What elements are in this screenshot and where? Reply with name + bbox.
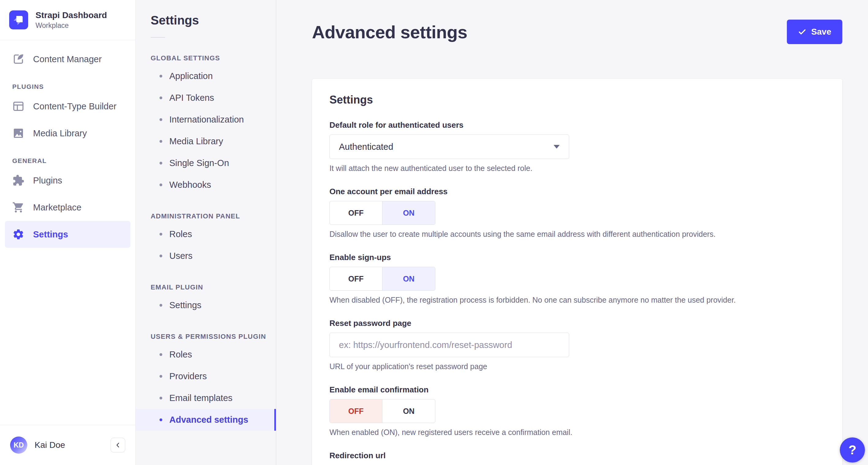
subnav-item-label: Providers — [169, 371, 207, 381]
image-icon — [12, 127, 25, 139]
sidebar-item-label: Media Library — [33, 128, 87, 139]
sidebar-item-label: Content Manager — [33, 54, 102, 64]
subnav-item-admin-roles[interactable]: Roles — [136, 223, 276, 245]
bullet-icon — [159, 418, 162, 421]
help-button[interactable]: ? — [840, 437, 865, 463]
field-enable-sign-ups: Enable sign-ups OFF ON When disabled (OF… — [330, 253, 825, 304]
subnav-item-media-library[interactable]: Media Library — [136, 130, 276, 152]
settings-subnav: Settings GLOBAL SETTINGS Application API… — [136, 0, 276, 465]
sidebar-item-content-manager[interactable]: Content Manager — [5, 46, 130, 72]
subnav-section-administration-panel: ADMINISTRATION PANEL — [151, 212, 276, 220]
gear-icon — [12, 228, 25, 240]
avatar[interactable]: KD — [10, 437, 27, 454]
main-content: Advanced settings Save Settings Default … — [276, 0, 868, 465]
sidebar-item-marketplace[interactable]: Marketplace — [5, 194, 130, 221]
bullet-icon — [159, 233, 162, 236]
subnav-section-email-plugin: EMAIL PLUGIN — [151, 283, 276, 291]
subnav-item-email-settings[interactable]: Settings — [136, 294, 276, 316]
enable-sign-ups-toggle[interactable]: OFF ON — [330, 267, 435, 291]
subnav-item-api-tokens[interactable]: API Tokens — [136, 87, 276, 109]
chevron-left-icon — [114, 441, 122, 449]
sidebar-item-plugins[interactable]: Plugins — [5, 167, 130, 194]
subnav-divider — [151, 37, 165, 38]
field-one-account-per-email: One account per email address OFF ON Dis… — [330, 187, 825, 239]
bullet-icon — [159, 162, 162, 165]
sidebar-item-content-type-builder[interactable]: Content-Type Builder — [5, 93, 130, 120]
strapi-admin-app: Strapi Dashboard Workplace Content Manag… — [0, 0, 868, 465]
field-hint: URL of your application's reset password… — [330, 362, 825, 371]
workspace-brand[interactable]: Strapi Dashboard Workplace — [0, 0, 135, 40]
layout-grid-icon — [12, 100, 25, 112]
field-default-role: Default role for authenticated users Aut… — [330, 120, 825, 173]
check-icon — [798, 28, 806, 36]
sidebar-section-plugins: PLUGINS — [12, 83, 130, 90]
toggle-on-option[interactable]: ON — [382, 201, 435, 225]
page-header: Advanced settings Save — [276, 0, 868, 44]
subnav-item-advanced-settings[interactable]: Advanced settings — [136, 409, 276, 431]
field-label: Enable sign-ups — [330, 253, 825, 262]
strapi-logo-icon — [9, 10, 28, 29]
subnav-item-providers[interactable]: Providers — [136, 366, 276, 387]
bullet-icon — [159, 96, 162, 99]
save-button-label: Save — [811, 27, 831, 37]
subnav-item-label: Email templates — [169, 393, 232, 403]
bullet-icon — [159, 353, 162, 356]
toggle-on-option[interactable]: ON — [382, 400, 435, 423]
save-button[interactable]: Save — [787, 20, 842, 44]
bullet-icon — [159, 183, 162, 186]
sidebar-item-media-library[interactable]: Media Library — [5, 120, 130, 147]
subnav-item-admin-users[interactable]: Users — [136, 245, 276, 267]
subnav-item-up-roles[interactable]: Roles — [136, 344, 276, 366]
collapse-sidebar-button[interactable] — [111, 438, 125, 453]
subnav-item-label: Advanced settings — [169, 415, 248, 425]
subnav-item-internationalization[interactable]: Internationalization — [136, 109, 276, 130]
subnav-item-label: Roles — [169, 350, 192, 359]
bullet-icon — [159, 255, 162, 257]
subnav-item-label: Users — [169, 251, 193, 261]
toggle-off-option[interactable]: OFF — [330, 201, 382, 225]
subnav-item-label: Application — [169, 71, 213, 81]
subnav-section-users-permissions-plugin: USERS & PERMISSIONS PLUGIN — [151, 333, 276, 341]
subnav-item-label: API Tokens — [169, 93, 214, 103]
bullet-icon — [159, 375, 162, 378]
subnav-item-label: Internationalization — [169, 115, 244, 125]
sidebar-footer: KD Kai Doe — [0, 425, 135, 465]
one-account-per-email-toggle[interactable]: OFF ON — [330, 201, 435, 225]
field-label: One account per email address — [330, 187, 825, 196]
subnav-item-email-templates[interactable]: Email templates — [136, 387, 276, 409]
bullet-icon — [159, 140, 162, 143]
toggle-on-option[interactable]: ON — [382, 267, 435, 290]
field-redirection-url: Redirection url — [330, 451, 825, 465]
field-label: Default role for authenticated users — [330, 120, 825, 130]
subnav-item-single-sign-on[interactable]: Single Sign-On — [136, 152, 276, 174]
sidebar-item-label: Settings — [33, 229, 68, 239]
field-enable-email-confirmation: Enable email confirmation OFF ON When en… — [330, 385, 825, 437]
field-hint: It will attach the new authenticated use… — [330, 164, 825, 173]
user-name: Kai Doe — [35, 440, 65, 450]
chevron-down-icon — [554, 145, 560, 149]
reset-password-page-input[interactable] — [330, 333, 569, 357]
field-label: Reset password page — [330, 319, 825, 328]
enable-email-confirmation-toggle[interactable]: OFF ON — [330, 399, 435, 423]
subnav-item-webhooks[interactable]: Webhooks — [136, 174, 276, 196]
toggle-off-option[interactable]: OFF — [330, 400, 382, 423]
bullet-icon — [159, 75, 162, 78]
sidebar-item-label: Content-Type Builder — [33, 101, 116, 112]
sidebar-section-general: GENERAL — [12, 157, 130, 165]
field-label: Redirection url — [330, 451, 825, 460]
bullet-icon — [159, 118, 162, 121]
field-hint: Disallow the user to create multiple acc… — [330, 230, 825, 239]
subnav-item-application[interactable]: Application — [136, 65, 276, 87]
brand-title: Strapi Dashboard — [35, 10, 107, 21]
default-role-select[interactable]: Authenticated — [330, 135, 569, 159]
sidebar-item-label: Marketplace — [33, 202, 82, 212]
card-title: Settings — [330, 93, 825, 106]
bullet-icon — [159, 397, 162, 400]
brand-text: Strapi Dashboard Workplace — [35, 10, 107, 30]
sidebar-item-settings[interactable]: Settings — [5, 221, 130, 248]
subnav-item-label: Roles — [169, 229, 192, 239]
subnav-item-label: Media Library — [169, 136, 223, 146]
settings-card: Settings Default role for authenticated … — [312, 79, 842, 465]
toggle-off-option[interactable]: OFF — [330, 267, 382, 290]
field-label: Enable email confirmation — [330, 385, 825, 395]
